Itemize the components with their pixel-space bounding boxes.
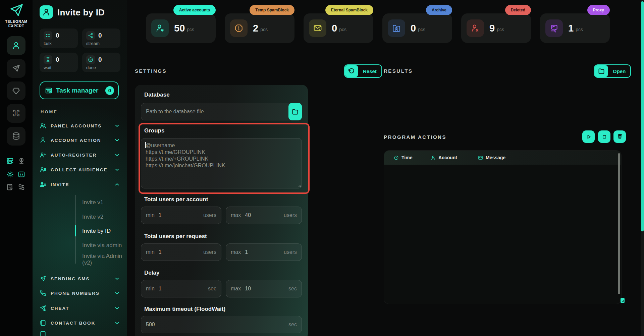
max-users-per-account-input[interactable]: max40users: [226, 207, 302, 224]
share-icon: [86, 31, 95, 40]
folder-user-icon: [388, 19, 405, 37]
rail-send-button[interactable]: [7, 59, 25, 78]
rail-accounts-button[interactable]: [7, 36, 25, 55]
code-window-icon[interactable]: [17, 170, 25, 178]
program-actions-title: PROGRAM ACTIONS: [384, 134, 446, 140]
server-check-icon[interactable]: [6, 157, 14, 165]
submenu-invite-by-id[interactable]: Invite by ID: [82, 224, 111, 238]
person-icon: [12, 41, 20, 50]
chevron-down-icon: [114, 276, 120, 282]
trash-button[interactable]: [613, 130, 626, 143]
min-delay-input[interactable]: min1sec: [141, 280, 221, 297]
sidebar-item-collect-audience[interactable]: COLLECT AUDIENCE: [40, 162, 120, 177]
sidebar-item-invite[interactable]: INVITE: [40, 177, 120, 192]
max-delay-input[interactable]: max10sec: [226, 280, 302, 297]
gear-icon[interactable]: [6, 170, 14, 178]
stop-button[interactable]: [598, 130, 610, 143]
results-title: RESULTS: [384, 68, 413, 74]
task-manager-icon: [45, 87, 52, 94]
active-submenu-bar: [75, 225, 76, 236]
phone-icon: [40, 290, 46, 296]
card-archive[interactable]: Archive 0pcs: [382, 13, 452, 43]
chevron-down-icon: [114, 305, 120, 311]
rail-command-button[interactable]: ⌘: [7, 104, 25, 123]
command-icon: ⌘: [12, 109, 20, 118]
trash-icon: [617, 133, 623, 140]
card-eternal-spamblock[interactable]: Eternal SpamBlock 0pcs: [304, 13, 373, 43]
open-results-button[interactable]: Open: [594, 64, 631, 78]
reset-button[interactable]: Reset: [344, 64, 382, 78]
column-account[interactable]: Account: [431, 155, 457, 160]
mail-warning-icon: [309, 19, 326, 37]
rail-premium-button[interactable]: [7, 81, 25, 100]
database-path-input[interactable]: [141, 103, 288, 120]
hourglass-icon: [44, 55, 52, 64]
delay-label: Delay: [144, 270, 159, 276]
status-badge: Proxy: [587, 5, 610, 15]
page-title: Invite by ID: [57, 7, 105, 18]
user-plus-icon: [40, 152, 46, 158]
task-manager-button[interactable]: Task manager 0: [40, 81, 119, 99]
max-users-per-request-input[interactable]: max1users: [226, 243, 302, 261]
sidebar-item-contact-book[interactable]: CONTACT BOOK: [40, 316, 120, 330]
swap-icon[interactable]: [17, 183, 25, 191]
chevron-down-icon: [114, 290, 120, 296]
min-users-per-request-input[interactable]: min1users: [141, 243, 221, 261]
card-active-accounts[interactable]: Active accounts 50pcs: [146, 13, 216, 43]
counter-task: 0 task: [40, 29, 78, 48]
submenu-invite-via-admin-v2[interactable]: Invite via Admin (v2): [82, 252, 127, 267]
min-users-per-account-input[interactable]: min1users: [141, 207, 221, 224]
sidebar-item-account-action[interactable]: ACCOUNT ACTION: [40, 133, 120, 148]
partial-nav-icon: [40, 331, 46, 336]
send-icon: [40, 275, 46, 282]
sidebar-item-cheat[interactable]: CHEAT: [40, 301, 120, 316]
send-plus-icon: [40, 305, 46, 312]
submenu-invite-v2[interactable]: Invite v2: [82, 210, 103, 224]
floodwait-timeout-input[interactable]: 500sec: [141, 316, 302, 333]
submenu-invite-v1[interactable]: Invite v1: [82, 195, 103, 210]
counter-wait: 0 wait: [40, 53, 78, 72]
counter-stream: 0 stream: [82, 29, 120, 48]
document-check-icon[interactable]: [6, 183, 14, 191]
chevron-down-icon: [114, 123, 120, 129]
user-heart-icon: [151, 19, 169, 37]
webcam-icon[interactable]: [17, 157, 25, 165]
card-deleted[interactable]: Deleted 9pcs: [461, 13, 531, 43]
status-badge: Deleted: [505, 5, 531, 15]
page-title-icon: [40, 5, 53, 19]
database-input-wrap: [141, 103, 302, 120]
browse-folder-button[interactable]: [288, 103, 302, 120]
rail-database-button[interactable]: [7, 127, 25, 146]
diamond-icon: [12, 87, 20, 95]
sidebar-item-auto-register[interactable]: AUTO-REGISTER: [40, 148, 120, 162]
card-proxy[interactable]: Proxy 1pcs: [540, 13, 610, 43]
textarea-resize-grip[interactable]: [297, 183, 301, 187]
play-button[interactable]: [582, 130, 595, 143]
max-timeout-label: Maximum timeout (FloodWait): [144, 306, 225, 313]
settings-panel: Database Groups Total users per account …: [135, 85, 308, 336]
section-label-home: HOME: [41, 109, 58, 114]
warning-octagon-icon: [230, 19, 248, 37]
program-actions-table: Time Account Message: [384, 150, 622, 304]
column-time[interactable]: Time: [394, 155, 412, 160]
proxy-server-icon: [545, 19, 563, 37]
rotate-ccw-icon: [345, 65, 358, 77]
counter-done: 0 done: [82, 53, 120, 72]
total-users-per-request-label: Total users per request: [144, 233, 207, 240]
sidebar-item-phone-numbers[interactable]: PHONE NUMBERS: [40, 286, 120, 300]
card-temp-spamblock[interactable]: Temp SpamBlock 2pcs: [225, 13, 294, 43]
groups-textarea[interactable]: [141, 138, 302, 188]
column-message[interactable]: Message: [478, 155, 505, 160]
sidebar-item-panel-accounts[interactable]: PANEL ACCOUNTS: [40, 118, 120, 133]
page-scrollbar-thumb[interactable]: [641, 1, 644, 231]
person-icon: [431, 155, 436, 160]
telegram-expert-logo: [9, 3, 24, 18]
table-resize-grip[interactable]: [621, 298, 625, 303]
table-scrollbar-thumb[interactable]: [618, 153, 620, 294]
sidebar: Invite by ID 0 task 0 stream 0 wait 0 do…: [33, 0, 127, 336]
submenu-invite-via-admin[interactable]: Invite via admin: [82, 238, 122, 253]
person-icon: [40, 137, 46, 144]
sidebar-item-sending-sms[interactable]: SENDING SMS: [40, 271, 120, 286]
settings-title: SETTINGS: [135, 68, 167, 74]
checklist-icon: [44, 31, 52, 40]
